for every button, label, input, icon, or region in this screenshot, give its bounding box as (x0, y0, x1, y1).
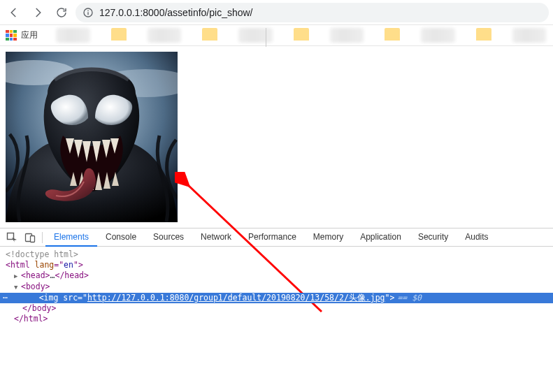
device-icon (24, 232, 36, 243)
devtools-header: Elements Console Sources Network Perform… (0, 228, 553, 247)
address-bar[interactable]: 127.0.0.1:8000/assetinfo/pic_show/ (76, 3, 549, 22)
tab-audits[interactable]: Audits (457, 228, 496, 247)
elements-tree[interactable]: <!doctype html> <html lang="en"> <head>…… (0, 247, 553, 366)
venom-image (6, 52, 178, 222)
src-html-close[interactable]: </html> (6, 314, 553, 324)
bookmarks-separator (266, 28, 266, 47)
svg-point-1 (87, 10, 89, 11)
separator (42, 232, 43, 243)
apps-label[interactable]: 应用 (21, 29, 38, 41)
bookmarks-blurred (56, 28, 546, 43)
browser-toolbar: 127.0.0.1:8000/assetinfo/pic_show/ (0, 0, 553, 25)
tab-elements[interactable]: Elements (45, 228, 97, 247)
bookmarks-bar: 应用 (0, 25, 553, 46)
displayed-image (6, 52, 178, 222)
back-button[interactable] (4, 3, 24, 22)
device-toolbar-button[interactable] (21, 228, 39, 247)
site-info-icon (82, 7, 94, 18)
tab-performance[interactable]: Performance (240, 228, 305, 247)
apps-icon[interactable] (6, 30, 17, 41)
src-img-selected[interactable]: ⋯ <img src="http://127.0.0.1:8080/group1… (0, 293, 553, 303)
src-doctype[interactable]: <!doctype html> (6, 249, 553, 260)
inspect-icon (6, 232, 17, 243)
arrow-left-icon (8, 6, 20, 19)
src-html-open[interactable]: <html lang="en"> (6, 260, 553, 270)
url-text: 127.0.0.1:8000/assetinfo/pic_show/ (99, 7, 253, 18)
tab-sources[interactable]: Sources (145, 228, 192, 247)
reload-icon (55, 6, 68, 19)
reload-button[interactable] (52, 3, 71, 22)
src-body-close[interactable]: </body> (6, 303, 553, 314)
forward-button[interactable] (28, 3, 48, 22)
src-head[interactable]: <head>…</head> (6, 270, 553, 282)
inspect-element-button[interactable] (3, 228, 21, 247)
eq0-marker: == $0 (397, 293, 422, 303)
arrow-right-icon (31, 6, 44, 19)
tab-console[interactable]: Console (97, 228, 145, 247)
devtools-tabs: Elements Console Sources Network Perform… (45, 228, 497, 247)
page-content (0, 46, 553, 228)
devtools-panel: Elements Console Sources Network Perform… (0, 228, 553, 366)
tab-network[interactable]: Network (192, 228, 240, 247)
tab-security[interactable]: Security (410, 228, 457, 247)
svg-rect-2 (87, 12, 88, 15)
src-body-open[interactable]: <body> (6, 282, 553, 293)
tab-application[interactable]: Application (352, 228, 410, 247)
img-src-link[interactable]: http://127.0.0.1:8080/group1/default/201… (87, 293, 385, 303)
tab-memory[interactable]: Memory (305, 228, 352, 247)
svg-rect-9 (31, 235, 35, 242)
